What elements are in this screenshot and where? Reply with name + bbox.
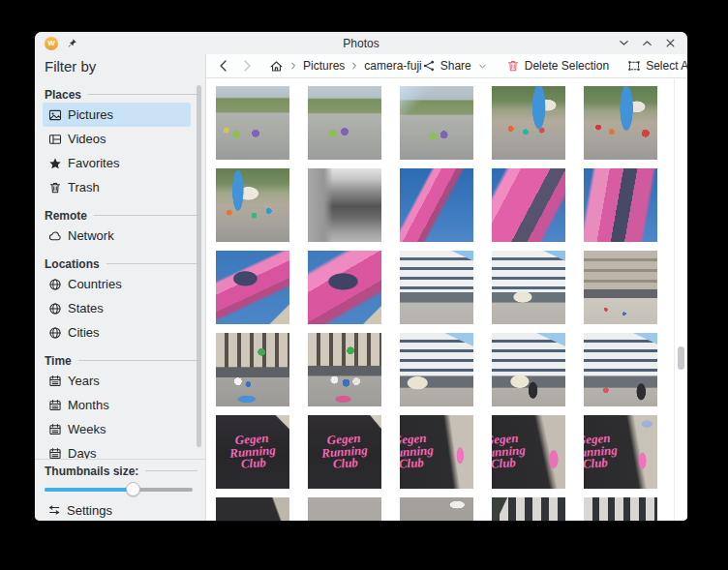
photo-thumbnail-stone-building-spectators[interactable] (584, 251, 657, 324)
breadcrumb-item-pictures[interactable]: Pictures (303, 59, 345, 73)
photo-thumbnail-crowd-blue-banner-sign[interactable] (216, 168, 289, 242)
breadcrumb-separator-icon (288, 60, 299, 72)
photo-thumbnail-plaza-crowd-dragons-1[interactable] (216, 86, 289, 160)
calendar-icon (48, 447, 62, 460)
slider-track[interactable] (45, 488, 193, 492)
section-header: Places (35, 86, 205, 103)
back-button[interactable] (215, 57, 232, 75)
minimize-button[interactable] (617, 36, 631, 50)
sidebar-section-locations: LocationsCountriesStatesCities (35, 255, 205, 345)
trash-icon (48, 181, 62, 195)
photo-overlay-text: Gegen Running Club (584, 415, 634, 489)
photo-thumbnail-crowd-blue-banner-2[interactable] (584, 86, 657, 160)
titlebar[interactable]: W Photos (35, 32, 687, 54)
photo-thumbnail-pink-flag-building-2[interactable] (308, 251, 381, 324)
photo-thumbnail-pink-flag-building-1[interactable] (216, 251, 289, 324)
close-button[interactable] (663, 36, 678, 50)
photo-overlay-text: Gegen Running Club (400, 415, 450, 489)
pin-icon (66, 38, 77, 49)
trash-icon (506, 59, 520, 73)
sidebar-item-label: Favorites (68, 156, 119, 170)
settings-button[interactable]: Settings (45, 499, 197, 521)
thumbnails-size-header: Thumbnails size: (45, 464, 197, 478)
home-button[interactable] (269, 59, 284, 74)
photo-thumbnail-black-white-crowd[interactable] (308, 168, 381, 242)
photo-thumbnail-black-shirt-partial-text-3[interactable]: Gegen Running Club (584, 415, 657, 489)
grid-scrollbar[interactable] (674, 78, 687, 521)
photo-thumbnail-building-facade-strip-2[interactable] (584, 497, 657, 521)
header-rule (94, 215, 197, 216)
star-icon (48, 157, 62, 170)
sidebar-scrollbar-thumb[interactable] (197, 85, 201, 447)
photo-thumbnail-pink-flag-sky-3[interactable] (584, 168, 657, 242)
section-header: Time (35, 352, 205, 369)
slider-handle[interactable] (126, 482, 140, 496)
sidebar-item-videos[interactable]: Videos (43, 127, 191, 151)
sidebar-item-trash[interactable]: Trash (43, 175, 191, 199)
breadcrumb: Picturescamera-fuji (284, 59, 422, 73)
share-icon (422, 59, 436, 73)
breadcrumb-item-camera-fuji[interactable]: camera-fuji (364, 59, 421, 73)
globe-icon (48, 302, 62, 315)
action-label: Delete Selection (525, 59, 609, 73)
photo-thumbnail-runners-classical-building-1[interactable] (216, 333, 289, 406)
filter-sidebar: Filter by PlacesPicturesVideosFavoritesT… (35, 54, 206, 521)
slider-fill (45, 488, 131, 492)
sidebar-item-months[interactable]: Months (43, 393, 191, 417)
sidebar-bottom-panel: Thumbnails size: Settings (35, 459, 205, 521)
sidebar-item-favorites[interactable]: Favorites (43, 151, 191, 175)
picture-icon (48, 108, 62, 122)
photo-thumbnail-pink-flag-sky-2[interactable] (492, 168, 565, 242)
app-icon: W (45, 37, 58, 50)
sidebar-item-label: Trash (68, 180, 100, 195)
photo-thumbnail-crowd-blue-banner-1[interactable] (492, 86, 565, 160)
sidebar-section-places: PlacesPicturesVideosFavoritesTrash (35, 86, 205, 199)
sidebar-item-label: Years (68, 374, 100, 388)
photos-app-window: W Photos Filter by PlacesPicturesVideosF… (35, 32, 687, 521)
forward-button[interactable] (238, 57, 256, 75)
photo-thumbnail-shirt-closeup-strip[interactable]: en (216, 497, 289, 521)
photo-thumbnail-white-building-crowd-2[interactable] (492, 251, 565, 324)
photo-thumbnail-plaza-crowd-dragons-3[interactable] (400, 86, 473, 160)
photo-overlay-text: Gegen Running Club (308, 415, 381, 489)
photo-thumbnail-white-building-crowd-4[interactable] (492, 333, 565, 406)
photo-thumbnail-black-shirt-full-text-2[interactable]: Gegen Running Club (308, 415, 381, 489)
share-button[interactable]: Share (422, 59, 488, 73)
sidebar-item-pictures[interactable]: Pictures (43, 103, 191, 127)
header-rule (106, 263, 197, 264)
video-icon (48, 133, 62, 146)
sidebar-item-network[interactable]: Network (43, 224, 191, 248)
section-title: Time (45, 354, 72, 368)
sidebar-section-remote: RemoteNetwork (35, 207, 205, 248)
thumbnail-size-slider[interactable] (45, 481, 197, 497)
maximize-button[interactable] (640, 36, 654, 50)
sidebar-item-states[interactable]: States (43, 296, 191, 320)
sidebar-item-label: Weeks (68, 422, 106, 436)
chevron-down-icon (477, 61, 488, 72)
sidebar-item-days[interactable]: Days (43, 441, 191, 459)
sidebar-item-label: Pictures (68, 107, 113, 122)
settings-label: Settings (67, 503, 112, 518)
photo-thumbnail-white-building-crowd-5[interactable] (584, 333, 657, 406)
sidebar-item-weeks[interactable]: Weeks (43, 417, 191, 441)
photo-thumbnail-plaza-crowd-dragons-2[interactable] (308, 86, 381, 160)
photo-thumbnail-black-shirt-partial-text-1[interactable]: Gegen Running Club (400, 415, 473, 489)
photo-thumbnail-black-shirt-partial-text-2[interactable]: Gegen Running Club (492, 415, 565, 489)
sidebar-item-label: Cities (68, 325, 100, 340)
sidebar-item-years[interactable]: Years (43, 369, 191, 393)
photo-thumbnail-asphalt-pink-mark-shoe-strip[interactable] (400, 497, 473, 521)
photo-thumbnail-asphalt-strip[interactable] (308, 497, 381, 521)
photo-thumbnail-runners-classical-building-2[interactable] (308, 333, 381, 406)
select-all-button[interactable]: Select All (627, 59, 687, 73)
sidebar-item-countries[interactable]: Countries (43, 272, 191, 296)
photo-thumbnail-white-building-crowd-1[interactable] (400, 251, 473, 324)
photo-thumbnail-white-building-crowd-3[interactable] (400, 333, 473, 406)
photo-thumbnail-pink-flag-sky-1[interactable] (400, 168, 473, 242)
grid-scrollbar-thumb[interactable] (678, 346, 684, 370)
calendar-icon (48, 399, 62, 412)
configure-icon (47, 503, 61, 517)
photo-thumbnail-building-facade-strip-1[interactable] (492, 497, 565, 521)
sidebar-item-cities[interactable]: Cities (43, 320, 191, 345)
delete-selection-button[interactable]: Delete Selection (506, 59, 609, 73)
photo-thumbnail-black-shirt-full-text-1[interactable]: Gegen Running Club (216, 415, 289, 489)
